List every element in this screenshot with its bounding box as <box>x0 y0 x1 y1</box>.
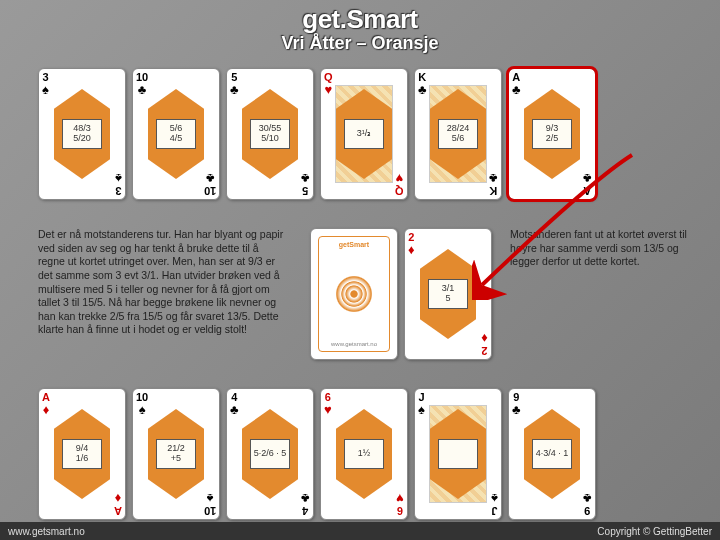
playing-card[interactable]: 9♣4·3/4 · 19♣ <box>508 388 596 520</box>
card-corner-bottom: A♣ <box>583 172 592 196</box>
card-suit-icon: ♣ <box>301 492 310 505</box>
card-fraction: 1½ <box>344 439 384 469</box>
card-suit-icon: ♠ <box>204 492 216 505</box>
card-back-site: www.getsmart.no <box>331 341 377 347</box>
card-corner-bottom: 10♠ <box>204 492 216 516</box>
card-row-top: 3♠48/3 5/203♠10♣5/6 4/510♣5♣30/55 5/105♣… <box>38 68 596 200</box>
card-hex-icon: 5/6 4/5 <box>148 89 204 179</box>
card-center: 48/3 5/20 <box>53 85 111 183</box>
playing-card[interactable]: J♠J♠ <box>414 388 502 520</box>
card-fraction <box>438 439 478 469</box>
card-fraction: 3/1 5 <box>428 279 468 309</box>
card-center: 1½ <box>335 405 393 503</box>
playing-card[interactable]: K♣28/24 5/6K♣ <box>414 68 502 200</box>
card-center: 4·3/4 · 1 <box>523 405 581 503</box>
card-rank: A <box>114 505 122 517</box>
card-fraction: 5·2/6 · 5 <box>250 439 290 469</box>
card-center: 3/1 5 <box>419 245 477 343</box>
card-back[interactable]: getSmartwww.getsmart.no <box>310 228 398 360</box>
card-corner-bottom: 9♣ <box>583 492 592 516</box>
card-corner-top: Q♥ <box>324 72 333 96</box>
card-corner-top: 6♥ <box>324 392 332 416</box>
card-corner-bottom: 2♦ <box>481 332 488 356</box>
card-center <box>429 405 487 503</box>
card-center: 3¹/₃ <box>335 85 393 183</box>
card-corner-top: J♠ <box>418 392 425 416</box>
footer-url: www.getsmart.no <box>8 526 85 537</box>
playing-card[interactable]: 6♥1½6♥ <box>320 388 408 520</box>
card-center: 5·2/6 · 5 <box>241 405 299 503</box>
card-corner-top: 2♦ <box>408 232 415 256</box>
playing-card[interactable]: 4♣5·2/6 · 54♣ <box>226 388 314 520</box>
card-suit-icon: ♠ <box>418 403 425 416</box>
card-hex-icon: 9/3 2/5 <box>524 89 580 179</box>
card-center: 9/3 2/5 <box>523 85 581 183</box>
card-fraction: 21/2 +5 <box>156 439 196 469</box>
card-hex-icon: 30/55 5/10 <box>242 89 298 179</box>
paragraph-left: Det er nå motstanderens tur. Han har bly… <box>38 228 288 337</box>
card-rank: 5 <box>303 185 309 197</box>
card-suit-icon: ♦ <box>481 332 488 345</box>
card-suit-icon: ♣ <box>489 172 498 185</box>
card-suit-icon: ♠ <box>491 492 498 505</box>
card-corner-top: 3♠ <box>42 72 49 96</box>
card-corner-bottom: 10♣ <box>204 172 216 196</box>
card-hex-icon: 28/24 5/6 <box>430 89 486 179</box>
playing-card[interactable]: A♣9/3 2/5A♣ <box>508 68 596 200</box>
card-hex-icon: 9/4 1/6 <box>54 409 110 499</box>
card-hex-icon: 3¹/₃ <box>336 89 392 179</box>
card-back-pattern: getSmartwww.getsmart.no <box>318 236 390 352</box>
card-suit-icon: ♣ <box>204 172 216 185</box>
card-corner-top: 4♣ <box>230 392 239 416</box>
playing-card[interactable]: Q♥3¹/₃Q♥ <box>320 68 408 200</box>
card-corner-bottom: 5♣ <box>301 172 310 196</box>
playing-card[interactable]: 10♠21/2 +510♠ <box>132 388 220 520</box>
card-rank: K <box>490 185 498 197</box>
card-rank: 10 <box>204 185 216 197</box>
card-suit-icon: ♣ <box>512 403 521 416</box>
card-fraction: 30/55 5/10 <box>250 119 290 149</box>
card-fraction: 3¹/₃ <box>344 119 384 149</box>
header: get.Smart Vri Åtter – Oransje <box>0 0 720 54</box>
card-suit-icon: ♣ <box>583 172 592 185</box>
card-hex-icon <box>430 409 486 499</box>
card-suit-icon: ♥ <box>396 492 404 505</box>
card-suit-icon: ♠ <box>115 172 122 185</box>
card-rank: 3 <box>115 185 121 197</box>
card-suit-icon: ♥ <box>324 403 332 416</box>
card-corner-top: 9♣ <box>512 392 521 416</box>
footer: www.getsmart.no Copyright © GettingBette… <box>0 522 720 540</box>
card-fraction: 48/3 5/20 <box>62 119 102 149</box>
playing-card[interactable]: A♦9/4 1/6A♦ <box>38 388 126 520</box>
card-corner-bottom: 4♣ <box>301 492 310 516</box>
card-rank: Q <box>395 185 404 197</box>
card-fraction: 9/3 2/5 <box>532 119 572 149</box>
playing-card[interactable]: 3♠48/3 5/203♠ <box>38 68 126 200</box>
card-center: 28/24 5/6 <box>429 85 487 183</box>
playing-card[interactable]: 2♦3/1 52♦ <box>404 228 492 360</box>
card-suit-icon: ♣ <box>583 492 592 505</box>
paragraph-right: Motsanderen fant ut at kortet øverst til… <box>510 228 705 269</box>
card-hex-icon: 21/2 +5 <box>148 409 204 499</box>
page-title: get.Smart <box>0 4 720 35</box>
page-subtitle: Vri Åtter – Oransje <box>0 33 720 54</box>
playing-card[interactable]: 5♣30/55 5/105♣ <box>226 68 314 200</box>
card-corner-top: K♣ <box>418 72 427 96</box>
card-corner-top: A♦ <box>42 392 50 416</box>
card-hex-icon: 3/1 5 <box>420 249 476 339</box>
card-suit-icon: ♦ <box>408 243 415 256</box>
card-rank: 6 <box>397 505 403 517</box>
card-center: 9/4 1/6 <box>53 405 111 503</box>
card-corner-top: A♣ <box>512 72 521 96</box>
card-suit-icon: ♠ <box>42 83 49 96</box>
card-rank: A <box>584 185 592 197</box>
card-suit-icon: ♣ <box>230 403 239 416</box>
card-rank: 4 <box>303 505 309 517</box>
card-suit-icon: ♣ <box>230 83 239 96</box>
card-hex-icon: 48/3 5/20 <box>54 89 110 179</box>
card-corner-bottom: K♣ <box>489 172 498 196</box>
card-fraction: 28/24 5/6 <box>438 119 478 149</box>
playing-card[interactable]: 10♣5/6 4/510♣ <box>132 68 220 200</box>
card-suit-icon: ♥ <box>324 83 333 96</box>
card-corner-top: 5♣ <box>230 72 239 96</box>
